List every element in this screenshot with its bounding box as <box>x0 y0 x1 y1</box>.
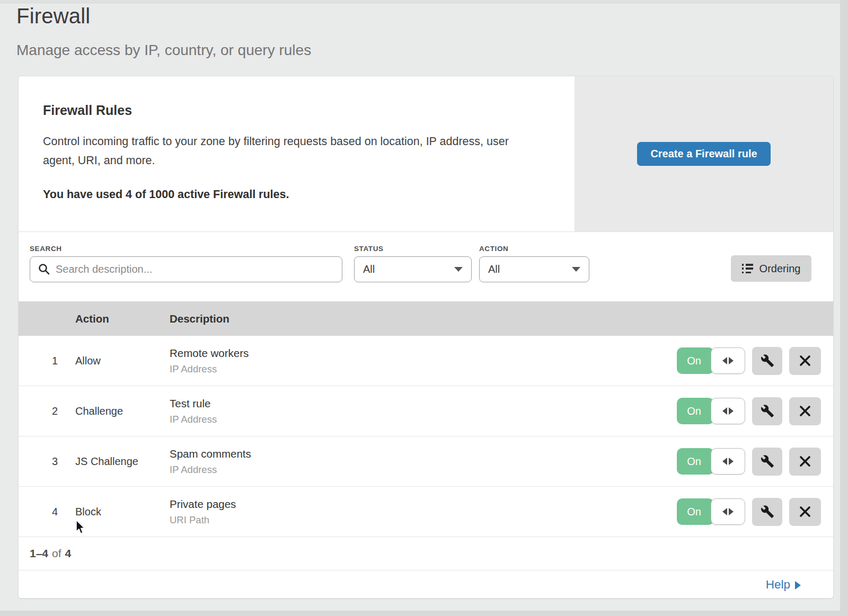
rule-enabled-toggle[interactable]: On <box>677 398 745 424</box>
arrow-right-icon <box>729 508 734 515</box>
wrench-icon <box>761 505 774 519</box>
intro-text-block: Firewall Rules Control incoming traffic … <box>19 76 575 231</box>
rule-priority: 2 <box>19 405 75 417</box>
arrow-left-icon <box>722 458 727 465</box>
rule-action: JS Challenge <box>75 456 170 468</box>
pagination-range: 1–4 <box>30 547 48 560</box>
toggle-handle[interactable] <box>711 398 745 424</box>
create-firewall-rule-button[interactable]: Create a Firewall rule <box>637 142 771 166</box>
rules-usage-text: You have used 4 of 1000 active Firewall … <box>43 188 543 201</box>
close-icon <box>799 355 811 367</box>
action-label: ACTION <box>479 245 508 253</box>
page-subtitle: Manage access by IP, country, or query r… <box>16 42 311 59</box>
search-label: SEARCH <box>30 245 62 253</box>
rule-controls: On <box>677 498 821 526</box>
status-select[interactable]: All <box>354 256 472 282</box>
caret-right-icon <box>795 581 801 590</box>
rule-description: Private pages URI Path <box>170 498 677 526</box>
wrench-icon <box>761 354 774 368</box>
chevron-down-icon <box>572 267 580 272</box>
edit-rule-button[interactable] <box>752 347 782 375</box>
rule-description: Test rule IP Address <box>170 397 677 425</box>
rule-description-title: Remote workers <box>170 347 677 360</box>
rule-action: Challenge <box>75 405 170 417</box>
window-edge-top <box>0 0 848 4</box>
edit-rule-button[interactable] <box>752 498 782 526</box>
toggle-handle[interactable] <box>711 448 745 475</box>
intro-description: Control incoming traffic to your zone by… <box>43 132 543 170</box>
arrow-left-icon <box>722 407 727 415</box>
page-header: Firewall Manage access by IP, country, o… <box>16 4 311 59</box>
table-row: 3 JS Challenge Spam comments IP Address … <box>19 436 833 487</box>
rule-controls: On <box>677 347 821 375</box>
intro-heading: Firewall Rules <box>43 103 543 118</box>
edit-rule-button[interactable] <box>752 448 782 476</box>
rule-description: Spam comments IP Address <box>170 448 677 476</box>
arrow-left-icon <box>722 357 727 364</box>
pagination-total: 4 <box>65 547 72 560</box>
rule-controls: On <box>677 448 821 476</box>
status-label: STATUS <box>354 245 384 253</box>
firewall-panel: Firewall Rules Control incoming traffic … <box>18 76 834 599</box>
search-icon <box>38 263 50 275</box>
close-icon <box>799 506 811 517</box>
search-field-wrap <box>30 256 342 282</box>
toggle-handle[interactable] <box>711 498 745 525</box>
rule-description-title: Test rule <box>170 397 677 410</box>
arrow-left-icon <box>722 508 727 515</box>
arrow-right-icon <box>729 407 734 415</box>
table-row: 2 Challenge Test rule IP Address On <box>19 386 833 436</box>
wrench-icon <box>761 404 774 418</box>
rule-match-type: URI Path <box>170 514 677 526</box>
rule-enabled-toggle[interactable]: On <box>677 448 745 475</box>
rule-controls: On <box>677 397 821 425</box>
toggle-handle[interactable] <box>711 347 745 374</box>
column-action: Action <box>75 313 170 325</box>
toggle-on-segment: On <box>677 448 714 475</box>
table-row: 4 Block Private pages URI Path On <box>19 487 833 537</box>
rule-action: Allow <box>75 355 170 367</box>
rule-priority: 1 <box>19 355 75 367</box>
chevron-down-icon <box>454 267 463 272</box>
table-row: 1 Allow Remote workers IP Address On <box>19 336 833 386</box>
column-description: Description <box>170 313 833 325</box>
table-header: Action Description <box>19 301 833 336</box>
firewall-rules-intro: Firewall Rules Control incoming traffic … <box>19 76 833 232</box>
ordered-list-icon <box>742 264 754 273</box>
rule-description: Remote workers IP Address <box>170 347 677 375</box>
rule-match-type: IP Address <box>170 414 677 425</box>
wrench-icon <box>761 454 774 468</box>
arrow-right-icon <box>729 357 734 364</box>
rule-match-type: IP Address <box>170 464 677 476</box>
delete-rule-button[interactable] <box>789 498 821 526</box>
close-icon <box>799 456 811 467</box>
delete-rule-button[interactable] <box>789 397 821 425</box>
delete-rule-button[interactable] <box>789 448 821 476</box>
rule-match-type: IP Address <box>170 363 677 375</box>
search-input[interactable] <box>30 256 342 282</box>
filters-bar: SEARCH STATUS All ACTION All Ordering <box>19 232 833 301</box>
rule-priority: 3 <box>19 456 75 468</box>
action-selected-value: All <box>488 263 500 275</box>
rule-enabled-toggle[interactable]: On <box>677 498 745 525</box>
edit-rule-button[interactable] <box>752 397 782 425</box>
pagination: 1–4 of 4 <box>19 537 833 570</box>
status-selected-value: All <box>363 263 375 275</box>
rule-description-title: Private pages <box>170 498 677 511</box>
help-link[interactable]: Help <box>766 578 801 592</box>
arrow-right-icon <box>729 458 734 465</box>
rule-description-title: Spam comments <box>170 448 677 460</box>
panel-footer: Help <box>19 570 833 599</box>
window-edge-right <box>840 0 848 616</box>
toggle-on-segment: On <box>677 398 714 424</box>
ordering-button[interactable]: Ordering <box>731 255 811 282</box>
delete-rule-button[interactable] <box>789 347 821 375</box>
pagination-of: of <box>52 547 61 560</box>
ordering-button-label: Ordering <box>759 263 801 275</box>
rule-action: Block <box>75 506 170 518</box>
rule-priority: 4 <box>19 506 75 518</box>
rule-enabled-toggle[interactable]: On <box>677 347 745 374</box>
action-select[interactable]: All <box>479 256 589 282</box>
close-icon <box>799 405 811 417</box>
window-edge-bottom <box>0 611 848 616</box>
